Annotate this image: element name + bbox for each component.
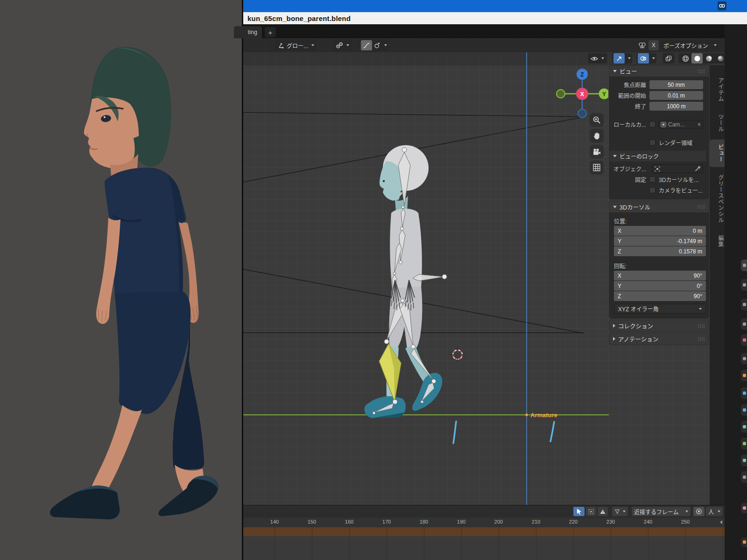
- timeline-frame-range-band[interactable]: [243, 527, 725, 536]
- window-title-bar[interactable]: kun_65cm_bone_parent.blend: [243, 12, 747, 24]
- cursor-location-z-field[interactable]: Z0.1578 m: [614, 246, 706, 256]
- auto-keying-button[interactable]: [693, 507, 705, 516]
- cursor-rotation-x-field[interactable]: X90°: [614, 271, 706, 280]
- panel-grip-icon[interactable]: [698, 337, 705, 341]
- properties-tab-constraints[interactable]: [741, 438, 747, 449]
- xray-toggle[interactable]: [662, 53, 675, 63]
- lock-to-3d-cursor-checkbox[interactable]: [649, 176, 655, 182]
- clip-end-field[interactable]: 1000 m: [649, 102, 703, 111]
- workspace-tab[interactable]: ting: [234, 26, 262, 38]
- proportional-editing-toggle[interactable]: [361, 40, 372, 50]
- transform-orientation-dropdown[interactable]: グロー...: [275, 40, 317, 51]
- cursor-location-y-field[interactable]: Y-0.1749 m: [614, 236, 706, 246]
- armature-origin-dot[interactable]: [525, 413, 528, 416]
- gizmo-neg-y-ball[interactable]: [557, 90, 565, 98]
- render-region-checkbox[interactable]: [649, 140, 655, 146]
- lock-object-field[interactable]: [652, 164, 703, 173]
- local-camera-field[interactable]: Cam...: [658, 120, 703, 129]
- properties-tab-modifiers[interactable]: [741, 387, 747, 399]
- properties-tab-view-layer[interactable]: [741, 318, 747, 330]
- disclosure-triangle-icon: [613, 337, 615, 341]
- overlays-dropdown[interactable]: [636, 53, 656, 63]
- tab-view[interactable]: ビュー: [710, 140, 725, 167]
- panel-grip-icon[interactable]: [698, 324, 705, 328]
- keying-set-dropdown[interactable]: 人: [706, 507, 723, 516]
- timeline-editor[interactable]: 近接するフレーム 人 140 150 160 170 180 190 200 2…: [243, 505, 725, 560]
- panel-grip-icon[interactable]: [698, 205, 705, 209]
- frame-tick-label: 140: [270, 519, 279, 525]
- shading-rendered-button[interactable]: [715, 53, 725, 63]
- properties-tab-tool[interactable]: [741, 259, 747, 271]
- cursor-location-x-field[interactable]: X0 m: [614, 226, 706, 236]
- timeline-box-select-button[interactable]: [586, 507, 596, 516]
- tab-item[interactable]: アイテム: [710, 73, 725, 106]
- properties-tab-material[interactable]: [741, 471, 747, 483]
- navigation-gizmo[interactable]: Z Y X: [556, 68, 608, 120]
- orthographic-toggle-button[interactable]: [590, 161, 604, 175]
- show-gizmos-toggle[interactable]: [613, 53, 625, 63]
- local-camera-checkbox[interactable]: [649, 121, 655, 127]
- camera-view-button[interactable]: [590, 145, 604, 159]
- shading-wireframe-button[interactable]: [680, 53, 691, 63]
- viewport-3d[interactable]: Armature グロー... X: [243, 38, 725, 505]
- lock-view-subpanel-header[interactable]: ビューのロック: [609, 151, 706, 161]
- snapping-dropdown[interactable]: [333, 40, 352, 51]
- snap-mode-dropdown[interactable]: 近接するフレーム: [632, 507, 691, 516]
- focal-length-field[interactable]: 50 mm: [649, 80, 703, 89]
- pan-tool-button[interactable]: [590, 129, 604, 143]
- properties-tab-scene[interactable]: [741, 334, 747, 346]
- tab-tool[interactable]: ツール: [710, 109, 725, 137]
- marker-icon[interactable]: [741, 538, 747, 547]
- properties-tab-render[interactable]: [741, 279, 747, 291]
- pose-options-dropdown[interactable]: ポーズオプション: [661, 40, 719, 50]
- timeline-select-tool-button[interactable]: [573, 507, 585, 516]
- lock-camera-to-view-checkbox[interactable]: [649, 187, 655, 193]
- properties-tab-physics[interactable]: [741, 421, 747, 433]
- view-panel-header[interactable]: ビュー: [609, 65, 709, 77]
- timeline-track-area[interactable]: [243, 536, 725, 560]
- properties-tab-world[interactable]: [741, 353, 747, 364]
- rotation-mode-dropdown[interactable]: XYZ オイラー角: [614, 304, 706, 314]
- workspace-tab-row: ting +: [243, 24, 747, 38]
- shading-mode-group: [678, 53, 725, 63]
- show-overlays-toggle[interactable]: [638, 53, 649, 63]
- timeline-ruler[interactable]: 140 150 160 170 180 190 200 210 220 230 …: [243, 518, 725, 527]
- proportional-editing-group[interactable]: [359, 40, 389, 51]
- tab-grease-pencil[interactable]: グリースペンシル: [710, 170, 725, 228]
- filter-funnel-icon: [614, 509, 620, 515]
- titlebar-app-icon[interactable]: [718, 1, 726, 10]
- keyframe-icon[interactable]: [741, 503, 747, 513]
- frame-tick-label: 160: [345, 519, 353, 525]
- eyedropper-icon[interactable]: [695, 166, 701, 172]
- shading-solid-button[interactable]: [691, 53, 703, 63]
- collapse-arrow-icon[interactable]: [720, 520, 722, 524]
- collections-panel-header[interactable]: コレクション: [609, 320, 709, 331]
- panel-grip-icon[interactable]: [698, 69, 705, 73]
- gizmos-dropdown[interactable]: [612, 53, 632, 63]
- clip-start-field[interactable]: 0.01 m: [649, 91, 703, 100]
- cursor-rotation-y-field[interactable]: Y0°: [614, 281, 706, 291]
- pose-mirror-butterfly-icon[interactable]: [637, 40, 647, 50]
- timeline-warning-button[interactable]: [598, 507, 608, 516]
- cursor-rotation-z-field[interactable]: Z90°: [614, 291, 706, 301]
- properties-tab-object[interactable]: [741, 370, 747, 381]
- properties-tab-data[interactable]: [741, 455, 747, 466]
- add-workspace-button[interactable]: +: [265, 27, 276, 37]
- properties-tab-output[interactable]: [741, 299, 747, 310]
- window-title: kun_65cm_bone_parent.blend: [243, 14, 351, 22]
- gizmo-neg-z-ball[interactable]: [578, 109, 586, 118]
- titlebar[interactable]: [243, 0, 747, 12]
- box-select-icon: [588, 509, 594, 515]
- zoom-tool-button[interactable]: [590, 113, 604, 127]
- mirror-x-toggle[interactable]: X: [648, 40, 659, 50]
- properties-tab-particles[interactable]: [741, 404, 747, 416]
- clear-camera-icon[interactable]: [698, 122, 701, 127]
- visibility-dropdown[interactable]: [588, 53, 607, 63]
- tab-edit[interactable]: 編集: [710, 231, 725, 252]
- annotations-panel-header[interactable]: アノテーション: [609, 333, 709, 344]
- camera-data-icon: [661, 122, 666, 127]
- timeline-filter-dropdown[interactable]: [612, 507, 628, 516]
- shading-material-button[interactable]: [703, 53, 714, 63]
- cursor-panel-header[interactable]: 3Dカーソル: [609, 201, 709, 212]
- n-panel-sidebar: ビュー 焦点距離50 mm 範囲の開始0.01 m 終了1000 m ローカルカ…: [609, 65, 709, 346]
